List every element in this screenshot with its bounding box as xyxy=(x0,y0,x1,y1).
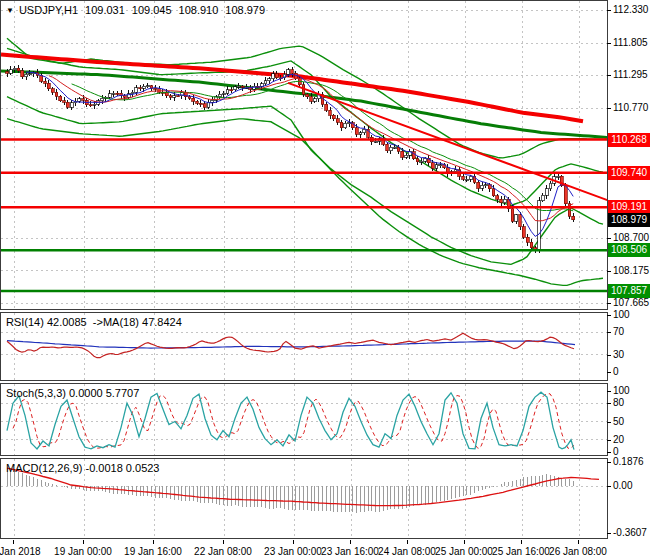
candle-bull xyxy=(234,87,237,90)
candle-bull xyxy=(78,99,81,101)
candle-bear xyxy=(511,209,514,221)
price-axis-label: 111.295 xyxy=(613,69,650,81)
trendline-red[interactable] xyxy=(288,83,607,200)
candle-bull xyxy=(142,86,145,88)
candle-bull xyxy=(348,123,351,124)
candle-bull xyxy=(393,147,396,148)
candle-bull xyxy=(465,179,468,180)
candle-bear xyxy=(519,215,522,227)
candle-bull xyxy=(272,74,275,79)
candle-bear xyxy=(496,196,499,200)
time-axis-tick xyxy=(223,540,224,544)
candle-bear xyxy=(500,199,503,203)
candle-bull xyxy=(9,70,12,74)
time-axis-tick xyxy=(153,540,154,544)
candle-bear xyxy=(192,98,195,101)
price-axis-badge: 109.191 xyxy=(608,200,650,214)
candle-bear xyxy=(431,163,434,169)
candle-bear xyxy=(184,93,187,97)
candle-bear xyxy=(462,176,465,179)
rsi-axis-label: 30 xyxy=(613,349,650,361)
collapse-triangle-icon[interactable]: ▼ xyxy=(6,6,14,15)
time-axis-label: 19 Jan 00:00 xyxy=(54,546,112,557)
candle-bull xyxy=(226,90,229,94)
time-axis-tick xyxy=(407,540,408,544)
macd-title: MACD(12,26,9) -0.0018 0.0523 xyxy=(6,462,159,474)
candle-bear xyxy=(526,237,529,242)
candle-bull xyxy=(503,199,506,203)
stochastic-title: Stoch(5,3,3) 0.0000 5.7707 xyxy=(6,387,139,399)
chart-title: ▼USDJPY,H1109.031109.045108.910108.979 xyxy=(6,4,265,16)
candle-bull xyxy=(25,74,28,77)
candle-bear xyxy=(572,216,575,219)
candle-bear xyxy=(116,93,119,94)
candle-bull xyxy=(374,141,377,142)
candle-bear xyxy=(55,92,58,96)
price-axis-label: 110.770 xyxy=(613,102,650,114)
candle-bull xyxy=(218,94,221,96)
candle-bull xyxy=(13,68,16,70)
candle-bull xyxy=(469,176,472,179)
ohlc-low: 108.910 xyxy=(179,4,219,16)
candle-bear xyxy=(169,96,172,98)
rsi-axis-label: 0 xyxy=(613,366,650,378)
bollinger-long-lower xyxy=(7,119,603,286)
time-axis-label: 25 Jan 00:00 xyxy=(435,546,493,557)
candle-bull xyxy=(173,96,176,98)
symbol-period: USDJPY,H1 xyxy=(19,4,78,16)
candle-bear xyxy=(63,101,66,102)
price-panel[interactable]: ▼USDJPY,H1109.031109.045108.910108.979 xyxy=(0,0,608,310)
price-axis-label: 111.805 xyxy=(613,37,650,49)
candle-bear xyxy=(165,92,168,95)
price-axis-label: 112.330 xyxy=(613,4,650,16)
bollinger-short-upper xyxy=(7,48,603,205)
candle-bull xyxy=(131,92,134,93)
macd-panel[interactable]: MACD(12,26,9) -0.0018 0.0523 xyxy=(0,458,608,539)
price-axis-label: 108.700 xyxy=(613,232,650,244)
ohlc-high: 109.045 xyxy=(132,4,172,16)
candle-bear xyxy=(477,182,480,188)
candle-bear xyxy=(154,88,157,89)
candle-bear xyxy=(188,97,191,98)
candle-bull xyxy=(481,185,484,188)
time-axis-label: 23 Jan 00:00 xyxy=(264,546,322,557)
time-axis-tick xyxy=(464,540,465,544)
candle-bear xyxy=(355,128,358,135)
time-axis-label: 23 Jan 16:00 xyxy=(321,546,379,557)
candle-bear xyxy=(6,72,9,74)
candle-bull xyxy=(28,74,31,75)
time-axis-tick xyxy=(350,540,351,544)
candle-bear xyxy=(332,115,335,118)
candle-bear xyxy=(416,159,419,162)
time-axis-tick xyxy=(293,540,294,544)
stoch-axis-label: 20 xyxy=(613,434,650,446)
time-axis-label: 26 Jan 08:00 xyxy=(549,546,607,557)
candle-bull xyxy=(112,93,115,94)
candle-bull xyxy=(363,129,366,132)
candle-bear xyxy=(44,81,47,83)
candle-bear xyxy=(241,86,244,87)
candle-bear xyxy=(177,96,180,97)
macd-axis-label: 0.00 xyxy=(613,480,650,492)
time-axis-label: 24 Jan 08:00 xyxy=(378,546,436,557)
candle-bear xyxy=(291,70,294,73)
stochastic-panel[interactable]: Stoch(5,3,3) 0.0000 5.7707 xyxy=(0,383,608,456)
candle-bull xyxy=(389,147,392,151)
candle-bear xyxy=(564,186,567,204)
candle-bear xyxy=(196,101,199,103)
candle-bull xyxy=(541,195,544,201)
candle-bull xyxy=(344,123,347,127)
price-chart-canvas[interactable] xyxy=(1,1,607,309)
time-axis-tick xyxy=(83,540,84,544)
candle-bull xyxy=(313,99,316,101)
rsi-axis-label: 70 xyxy=(613,326,650,338)
rsi-panel[interactable]: RSI(14) 42.0085 ->MA(18) 47.8424 xyxy=(0,312,608,381)
candle-bull xyxy=(287,70,290,75)
candle-bear xyxy=(401,151,404,157)
candle-bear xyxy=(139,88,142,89)
candle-bull xyxy=(211,100,214,102)
candle-bear xyxy=(325,104,328,110)
price-axis-badge: 108.979 xyxy=(608,213,650,227)
candle-bear xyxy=(21,71,24,77)
candle-bear xyxy=(386,144,389,151)
